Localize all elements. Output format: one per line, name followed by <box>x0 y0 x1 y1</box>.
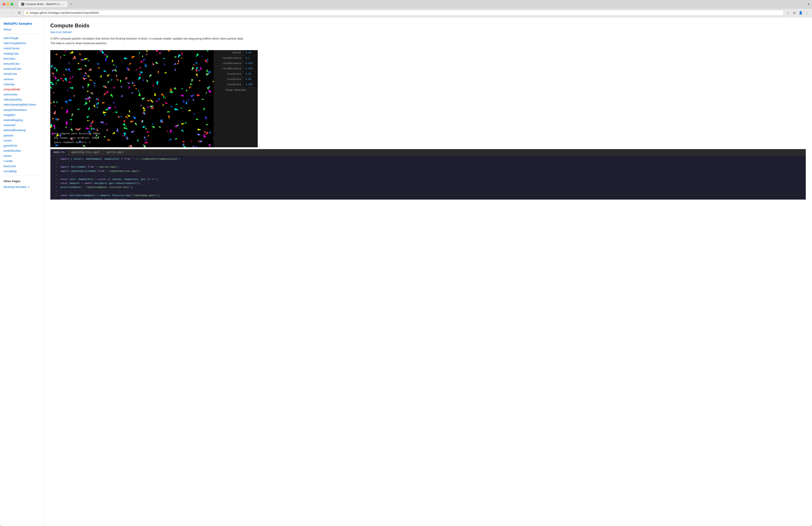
control-value-deltaT[interactable]: 0.04 <box>244 50 258 55</box>
browser-dropdown[interactable]: ▾ <box>808 2 809 6</box>
line-number: 6 <box>52 177 58 181</box>
sidebar-item-deferredRendering[interactable]: deferredRendering <box>3 128 40 133</box>
svg-marker-211 <box>61 107 63 110</box>
code-tab-main-ts[interactable]: main.ts <box>50 149 68 155</box>
line-content: assert(adapter, 'requestAdapter returned… <box>60 185 133 189</box>
sidebar-item-resizeCanvas[interactable]: resizeCanvas <box>3 46 40 51</box>
svg-marker-157 <box>131 129 135 133</box>
control-label-rule3Scale: rule3Scale <box>214 82 244 87</box>
sidebar-item-particles[interactable]: particles <box>3 133 40 138</box>
code-tab-updateSprites[interactable]: updateSprites.wgsl <box>68 149 103 155</box>
sidebar-item-videoUploading[interactable]: videoUploading <box>3 97 40 102</box>
svg-marker-182 <box>190 67 194 71</box>
sidebar-item-fractalCube[interactable]: fractalCube <box>3 72 40 76</box>
sidebar-item-rotatingCube[interactable]: rotatingCube <box>3 51 40 56</box>
sidebar-item-texturedCube[interactable]: texturedCube <box>3 61 40 67</box>
svg-marker-272 <box>142 97 146 100</box>
sidebar-item-imageBlur[interactable]: imageBlur <box>3 113 40 118</box>
sidebar-item-computeBoids[interactable]: computeBoids <box>3 87 40 92</box>
svg-marker-336 <box>192 64 194 66</box>
svg-marker-300 <box>146 79 148 82</box>
active-tab[interactable]: Compute Boids - WebGPU S... × <box>18 1 67 7</box>
reload-button[interactable]: ↻ <box>17 10 22 15</box>
new-tab-button[interactable]: + <box>68 2 73 7</box>
profile-icon[interactable]: 👤 <box>798 10 803 15</box>
sidebar-item-cornell[interactable]: cornell <box>3 138 40 143</box>
sidebar-title[interactable]: WebGPU Samples <box>3 22 40 25</box>
svg-marker-292 <box>97 106 99 108</box>
sidebar-nav: helloTrianglehelloTriangleMSAAresizeCanv… <box>3 36 40 174</box>
control-value-rule2Scale[interactable]: 0.05 <box>244 76 258 82</box>
github-link[interactable]: See it on Github! <box>50 30 806 34</box>
control-value-rule3Distance[interactable]: 0.025 <box>244 66 258 71</box>
sidebar-item-gameOfLife[interactable]: gameOfLife <box>3 143 40 148</box>
svg-marker-24 <box>191 79 193 82</box>
minimize-button[interactable] <box>6 3 9 5</box>
control-value-rule2Distance[interactable]: 0.025 <box>244 60 258 66</box>
svg-marker-104 <box>181 87 183 89</box>
sidebar-item-A-buffer[interactable]: A-buffer <box>3 159 40 164</box>
svg-marker-50 <box>173 63 176 66</box>
sidebar-divider <box>3 34 40 34</box>
svg-marker-245 <box>169 91 173 94</box>
sidebar-item-helloTriangle[interactable]: helloTriangle <box>3 36 40 41</box>
svg-marker-167 <box>198 80 200 81</box>
sidebar-item-worker[interactable]: worker <box>3 154 40 158</box>
sidebar-item-helloTriangleMSAA[interactable]: helloTriangleMSAA <box>3 41 40 46</box>
svg-marker-9 <box>195 73 199 77</box>
svg-marker-338 <box>164 72 166 74</box>
svg-marker-51 <box>203 108 205 111</box>
svg-marker-137 <box>84 97 87 100</box>
sidebar-item-instancedCube[interactable]: instancedCube <box>3 67 40 72</box>
tab-close-button[interactable]: × <box>63 3 64 5</box>
svg-marker-174 <box>187 109 191 112</box>
control-value-rule1Distance[interactable]: 0.1 <box>244 55 258 60</box>
traffic-lights <box>3 3 13 5</box>
back-button[interactable]: ← <box>3 10 8 15</box>
svg-marker-344 <box>107 73 110 76</box>
control-value-rule1Scale[interactable]: 0.02 <box>244 71 258 76</box>
sidebar-item-workload-simulator[interactable]: Workload Simulator ↗ <box>3 185 40 190</box>
svg-marker-233 <box>100 74 102 77</box>
sidebar-item-cubemap[interactable]: cubemap <box>3 82 40 87</box>
svg-marker-151 <box>107 80 110 83</box>
svg-marker-259 <box>51 71 54 75</box>
sidebar-item-animometer[interactable]: animometer <box>3 92 40 97</box>
sidebar-item-bitonicSort[interactable]: bitonicSort <box>3 164 40 169</box>
svg-marker-280 <box>204 115 207 119</box>
bookmark-icon[interactable]: ☆ <box>785 10 791 15</box>
sidebar-github-link[interactable]: Github <box>3 28 40 31</box>
sidebar-item-twoCubes[interactable]: twoCubes <box>3 56 40 61</box>
svg-marker-129 <box>128 145 132 147</box>
sidebar-item-normalMap[interactable]: normalMap <box>3 169 40 174</box>
sidebar-item-cameras[interactable]: cameras <box>3 77 40 82</box>
tab-title: Compute Boids - WebGPU S... <box>26 3 62 6</box>
compute-pass-stat: avg compute pass duration: 886µs <box>54 131 101 136</box>
svg-marker-288 <box>90 79 93 81</box>
svg-marker-325 <box>69 51 73 55</box>
extensions-icon[interactable]: ⊞ <box>792 10 797 15</box>
svg-marker-324 <box>151 125 155 129</box>
svg-marker-61 <box>52 83 55 86</box>
svg-marker-197 <box>132 82 133 85</box>
svg-marker-188 <box>144 62 147 67</box>
svg-marker-234 <box>193 113 194 115</box>
close-controls-button[interactable]: Close Controls <box>214 87 258 93</box>
maximize-button[interactable] <box>11 3 13 5</box>
sidebar-item-shadowMapping[interactable]: shadowMapping <box>3 118 40 123</box>
sidebar-item-renderBundles[interactable]: renderBundles <box>3 148 40 154</box>
svg-marker-333 <box>105 123 107 125</box>
sidebar-item-videoUploadingWebCodecs[interactable]: videoUploadingWebCodecs <box>3 102 40 107</box>
svg-marker-315 <box>114 111 117 113</box>
close-button[interactable] <box>3 3 5 5</box>
code-tab-sprite[interactable]: sprite.wgsl <box>103 149 127 155</box>
control-label-rule3Distance: rule3Distance <box>214 66 244 71</box>
svg-marker-81 <box>181 52 183 55</box>
control-value-rule3Scale[interactable]: 0.005 <box>244 82 258 87</box>
address-bar[interactable]: 🔒 webgpu.github.io/webgpu-samples/sample… <box>24 10 784 16</box>
sidebar-item-samplerParameters[interactable]: samplerParameters <box>3 108 40 113</box>
sidebar-item-reversedZ[interactable]: reversedZ <box>3 123 40 128</box>
menu-icon[interactable]: ⋮ <box>804 10 809 15</box>
forward-button[interactable]: → <box>10 10 15 15</box>
nav-actions: ☆ ⊞ 👤 ⋮ <box>785 10 809 15</box>
